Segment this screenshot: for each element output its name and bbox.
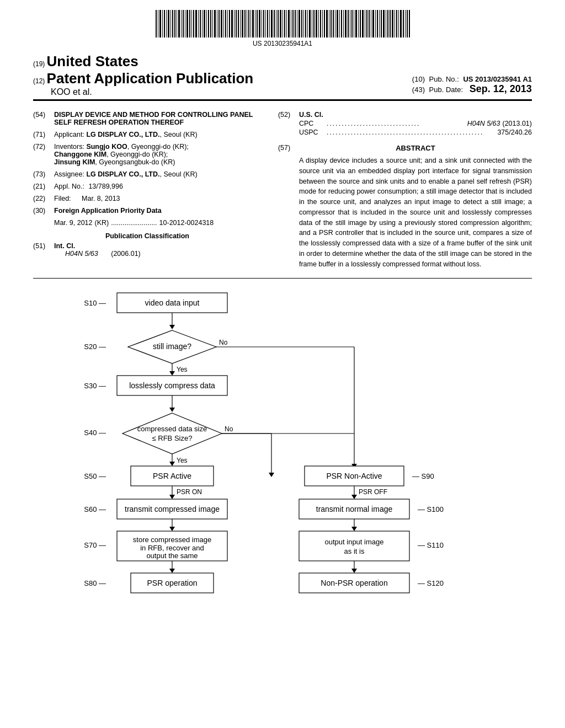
svg-text:S40 —: S40 —: [84, 429, 106, 437]
header-pub-date: (43) Pub. Date: Sep. 12, 2013: [412, 83, 532, 95]
svg-rect-8: [172, 10, 173, 38]
barcode-image: // Generate barcode bars inline via SVG …: [150, 10, 415, 38]
svg-rect-113: [395, 10, 395, 38]
svg-rect-64: [291, 10, 291, 38]
abstract-text: A display device includes a source unit;…: [299, 156, 532, 269]
header-section: (19) United States (12) Patent Applicati…: [33, 53, 532, 101]
header-pub-no: (10) Pub. No.: US 2013/0235941 A1: [412, 75, 532, 83]
svg-rect-0: [156, 10, 157, 38]
svg-text:video data input: video data input: [145, 298, 200, 307]
svg-rect-9: [174, 10, 175, 38]
svg-rect-108: [383, 10, 385, 38]
svg-rect-52: [265, 10, 266, 38]
svg-rect-41: [242, 10, 243, 38]
svg-text:Yes: Yes: [177, 366, 188, 373]
us-cl-header-row: (52) U.S. Cl.: [278, 111, 532, 119]
svg-rect-84: [333, 10, 334, 38]
svg-rect-58: [278, 10, 279, 38]
field-21: (21) Appl. No.: 13/789,996: [33, 183, 262, 190]
header-left: (19) United States (12) Patent Applicati…: [33, 53, 253, 97]
svg-rect-99: [365, 10, 365, 38]
svg-rect-79: [322, 10, 323, 38]
abstract-section: (57) ABSTRACT A display device includes …: [278, 144, 532, 269]
svg-rect-53: [267, 10, 268, 38]
svg-text:transmit compressed image: transmit compressed image: [125, 505, 220, 513]
svg-rect-2: [159, 10, 161, 38]
svg-marker-184: [351, 527, 357, 531]
svg-rect-80: [324, 10, 325, 38]
svg-rect-95: [355, 10, 357, 38]
us-cl-section: (52) U.S. Cl. CPC ......................…: [278, 111, 532, 136]
svg-rect-109: [386, 10, 386, 38]
svg-rect-6: [168, 10, 169, 38]
field-30: (30) Foreign Application Priority Data: [33, 207, 262, 215]
header-patent-line: (12) Patent Application Publication: [33, 70, 253, 87]
svg-text:transmit normal image: transmit normal image: [316, 505, 393, 513]
svg-rect-96: [358, 10, 359, 38]
header-label-19: (19) United States: [33, 53, 253, 70]
svg-text:PSR operation: PSR operation: [147, 579, 197, 587]
svg-rect-46: [252, 10, 254, 38]
svg-rect-114: [396, 10, 397, 38]
svg-text:S30 —: S30 —: [84, 382, 106, 390]
svg-rect-1: [158, 10, 158, 38]
svg-rect-42: [244, 10, 246, 38]
svg-rect-29: [217, 10, 217, 38]
svg-rect-111: [390, 10, 391, 38]
svg-text:still image?: still image?: [153, 342, 191, 351]
svg-rect-77: [318, 10, 319, 38]
divider: [33, 278, 532, 279]
svg-marker-178: [351, 495, 357, 499]
svg-marker-190: [351, 569, 357, 573]
svg-rect-88: [341, 10, 342, 38]
svg-rect-70: [303, 10, 304, 38]
left-col: (54) DISPLAY DEVICE AND METHOD FOR CONTR…: [33, 111, 273, 269]
svg-text:≤ RFB Size?: ≤ RFB Size?: [152, 434, 193, 442]
svg-text:S10 —: S10 —: [84, 299, 106, 307]
svg-rect-18: [193, 10, 194, 38]
svg-rect-48: [257, 10, 258, 38]
svg-rect-30: [218, 10, 220, 38]
svg-text:as it is: as it is: [344, 547, 365, 555]
svg-marker-137: [169, 408, 175, 412]
svg-rect-10: [177, 10, 177, 38]
svg-rect-85: [335, 10, 335, 38]
svg-rect-63: [288, 10, 290, 38]
patent-number: US 20130235941A1: [33, 40, 532, 47]
pub-class-section: Publication Classification: [33, 232, 262, 240]
field-72: (72) Inventors: Sungjo KOO, Gyeonggi-do …: [33, 143, 262, 166]
svg-rect-38: [236, 10, 237, 38]
svg-rect-56: [274, 10, 275, 38]
svg-rect-11: [178, 10, 180, 38]
svg-rect-101: [369, 10, 370, 38]
flowchart-section: video data input S10 — still image? S20 …: [33, 287, 532, 629]
svg-rect-19: [195, 10, 197, 38]
svg-marker-131: [169, 371, 175, 376]
svg-rect-185: [299, 531, 409, 561]
svg-text:No: No: [225, 425, 233, 433]
svg-text:— S90: — S90: [412, 472, 434, 480]
svg-rect-66: [295, 10, 296, 38]
svg-marker-125: [169, 325, 175, 329]
svg-rect-61: [284, 10, 285, 38]
svg-rect-68: [299, 10, 300, 38]
flowchart-svg: video data input S10 — still image? S20 …: [45, 287, 520, 629]
svg-rect-24: [206, 10, 207, 38]
svg-text:— S120: — S120: [418, 579, 444, 587]
svg-rect-104: [375, 10, 376, 38]
svg-rect-67: [297, 10, 297, 38]
svg-rect-83: [331, 10, 332, 38]
svg-rect-62: [286, 10, 287, 38]
svg-text:— S110: — S110: [418, 541, 444, 549]
svg-rect-103: [372, 10, 374, 38]
svg-rect-40: [240, 10, 241, 38]
foreign-app-row: Mar. 9, 2012 (KR) ......................…: [54, 219, 262, 227]
svg-text:store compressed image: store compressed image: [133, 536, 211, 544]
svg-rect-74: [312, 10, 312, 38]
svg-text:PSR ON: PSR ON: [177, 488, 202, 496]
svg-rect-28: [214, 10, 216, 38]
svg-rect-115: [398, 10, 399, 38]
svg-rect-12: [181, 10, 182, 38]
svg-marker-150: [169, 495, 175, 499]
page: // Generate barcode bars inline via SVG …: [0, 0, 565, 728]
